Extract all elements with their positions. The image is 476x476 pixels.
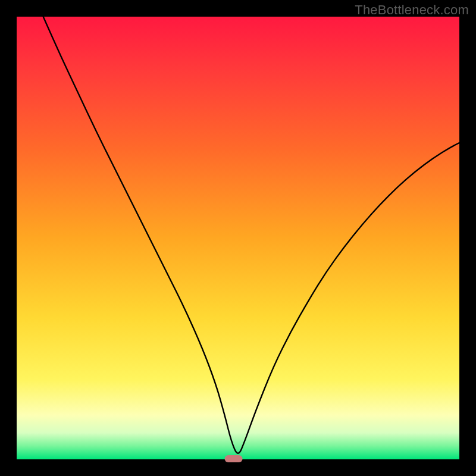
chart-background	[17, 17, 459, 459]
chart-canvas	[0, 0, 476, 476]
chart-frame: TheBottleneck.com	[0, 0, 476, 476]
watermark-text: TheBottleneck.com	[355, 2, 469, 18]
optimal-marker	[225, 455, 243, 462]
